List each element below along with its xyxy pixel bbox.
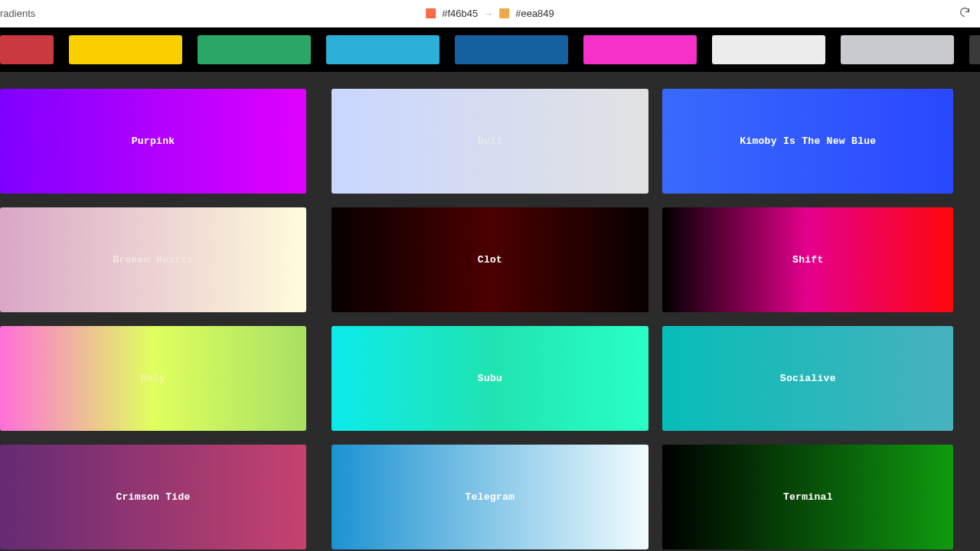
color-chip[interactable]	[0, 35, 54, 64]
gradient-name: Telegram	[466, 491, 515, 503]
arrow-icon: →	[484, 8, 493, 19]
swatch-from-icon	[426, 8, 436, 18]
gradient-name: Purpink	[132, 135, 175, 147]
page-title-fragment: radients	[0, 8, 35, 19]
gradient-name: Kimoby Is The New Blue	[740, 135, 876, 147]
gradient-name: Dull	[478, 135, 502, 147]
hex-from-label: #f46b45	[442, 8, 478, 19]
color-chip[interactable]	[69, 35, 182, 64]
refresh-icon[interactable]	[959, 6, 971, 21]
gradient-card[interactable]: Shift	[662, 207, 953, 312]
color-chip[interactable]	[583, 35, 697, 64]
gradient-name: Terminal	[783, 491, 833, 503]
gradient-card[interactable]: Crimson Tide	[0, 445, 306, 549]
gradient-card[interactable]: Telegram	[332, 445, 649, 549]
gradient-name: Subu	[478, 373, 502, 384]
gradient-name: Shift	[792, 254, 824, 266]
gradient-card[interactable]: Subu	[332, 326, 649, 431]
gradient-card[interactable]: Purpink	[0, 89, 306, 194]
gradient-name: Socialive	[780, 373, 836, 384]
gradient-card[interactable]: Terminal	[662, 445, 953, 549]
gradient-grid: Purpink Dull Kimoby Is The New Blue Brok…	[0, 72, 980, 549]
top-bar: radients #f46b45 → #eea849	[0, 0, 980, 28]
color-filter-strip	[0, 28, 980, 72]
color-chip[interactable]	[326, 35, 439, 64]
gradient-name: Clot	[478, 254, 502, 266]
gradient-name: Holy	[141, 373, 165, 384]
current-gradient-readout: #f46b45 → #eea849	[426, 8, 554, 19]
gradient-card[interactable]: Clot	[332, 207, 649, 312]
gradient-name: Crimson Tide	[116, 491, 190, 503]
gradient-card[interactable]: Dull	[332, 89, 649, 194]
gradient-card[interactable]: Socialive	[662, 326, 953, 431]
gradient-card[interactable]: Holy	[0, 326, 306, 431]
gradient-card[interactable]: Kimoby Is The New Blue	[662, 89, 953, 194]
color-chip[interactable]	[198, 35, 311, 64]
swatch-to-icon	[499, 8, 509, 18]
gradient-card[interactable]: Broken Hearts	[0, 207, 306, 312]
color-chip[interactable]	[455, 35, 568, 64]
color-chip[interactable]	[841, 35, 954, 64]
hex-to-label: #eea849	[515, 8, 554, 19]
gradient-grid-area: Purpink Dull Kimoby Is The New Blue Brok…	[0, 72, 980, 551]
color-chip[interactable]	[969, 35, 980, 64]
gradient-name: Broken Hearts	[113, 254, 193, 266]
color-chip[interactable]	[712, 35, 825, 64]
